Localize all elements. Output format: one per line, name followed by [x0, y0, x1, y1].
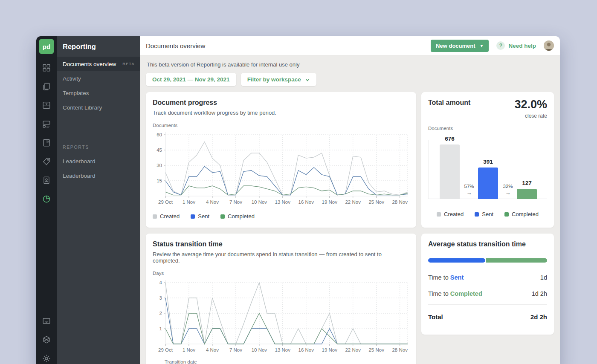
sidebar-icon-settings[interactable]	[39, 351, 54, 364]
y-axis-label: Days	[153, 271, 409, 276]
sidebar-icon-catalog[interactable]	[39, 135, 54, 150]
sidebar-icon-documents[interactable]	[39, 79, 54, 94]
left-column: Document progress Track document workflo…	[146, 92, 416, 364]
bar-completed	[517, 189, 537, 199]
svg-text:3: 3	[159, 295, 162, 300]
svg-text:22 Nov: 22 Nov	[345, 347, 361, 352]
sidebar-icon-content-blocks[interactable]	[39, 116, 54, 132]
card-title: Average status transition time	[428, 240, 547, 248]
legend-sent: Sent	[475, 211, 493, 217]
total-label: Total	[428, 313, 443, 321]
date-range-picker[interactable]: Oct 29, 2021 — Nov 29, 2021	[146, 73, 236, 86]
legend-created: Created	[153, 213, 180, 220]
close-rate-caption: close rate	[514, 113, 547, 119]
svg-text:16 Nov: 16 Nov	[298, 199, 314, 205]
transition-progress-bar	[428, 258, 547, 263]
svg-text:19 Nov: 19 Nov	[322, 347, 338, 352]
row-value: 1d 2h	[532, 290, 547, 297]
conversion-rate: 57%→	[460, 183, 478, 196]
sidebar-item-label: Content Library	[63, 104, 102, 111]
dashboard-icon	[42, 63, 51, 72]
svg-text:1 Nov: 1 Nov	[183, 199, 195, 205]
bar-chart-axis	[428, 140, 429, 199]
sidebar-item-activity[interactable]: Activity	[57, 71, 140, 86]
contacts-icon	[42, 176, 51, 185]
svg-text:28 Nov: 28 Nov	[392, 199, 408, 205]
need-help-label: Need help	[508, 43, 536, 49]
caret-down-icon: ▼	[480, 43, 484, 48]
sidebar-icon-dashboard[interactable]	[39, 60, 54, 75]
svg-text:25 Nov: 25 Nov	[368, 199, 384, 205]
sent-key: Sent	[450, 274, 464, 281]
page: pd	[0, 0, 597, 364]
sidebar-menu: Reporting Documents overview BETA Activi…	[57, 36, 140, 364]
content-blocks-icon	[42, 119, 51, 129]
row-label: Time toCompleted	[428, 290, 482, 297]
svg-text:4 Nov: 4 Nov	[206, 347, 219, 352]
question-mark-icon: ?	[496, 41, 505, 50]
workspace-filter-label: Filter by workspace	[247, 76, 301, 83]
arrow-right-icon: →	[460, 190, 478, 196]
status-transition-chart: 123429 Oct1 Nov4 Nov7 Nov10 Nov13 Nov16 …	[153, 277, 409, 358]
card-subtitle: Track document workflow progress by time…	[153, 110, 409, 116]
svg-text:45: 45	[156, 147, 162, 153]
documents-icon	[42, 82, 51, 91]
new-document-button[interactable]: New document ▼	[431, 40, 489, 52]
main-area: Documents overview New document ▼ ? Need…	[140, 36, 560, 364]
chevron-down-icon	[305, 77, 310, 82]
svg-text:7 Nov: 7 Nov	[229, 199, 242, 205]
right-column: Total amount 32.0% close rate Documents …	[421, 92, 554, 364]
new-document-label: New document	[436, 43, 475, 49]
pie-chart-icon	[42, 194, 51, 204]
beta-notice: This beta version of Reporting is availa…	[147, 61, 554, 68]
top-bar: Documents overview New document ▼ ? Need…	[140, 36, 560, 55]
sidebar-item-leaderboard-2[interactable]: Leaderboard	[57, 168, 140, 183]
chart-legend: Created Sent Completed	[153, 213, 409, 220]
sidebar-icon-contacts[interactable]	[39, 173, 54, 188]
card-title: Document progress	[153, 99, 409, 107]
pandadoc-logo[interactable]: pd	[39, 39, 54, 54]
row-label: Time toSent	[428, 274, 464, 281]
bar-sent	[478, 168, 498, 199]
workspace-filter-dropdown[interactable]: Filter by workspace	[241, 73, 316, 86]
time-to-completed-row: Time toCompleted 1d 2h	[428, 286, 547, 302]
legend-completed: Completed	[504, 211, 539, 217]
sidebar-icon-addons[interactable]	[39, 332, 54, 347]
bar-value: 391	[474, 159, 502, 165]
sidebar-item-leaderboard-1[interactable]: Leaderboard	[57, 154, 140, 168]
completed-swatch	[220, 214, 225, 219]
sidebar-item-label: Activity	[63, 75, 81, 82]
document-progress-card: Document progress Track document workflo…	[146, 92, 416, 228]
created-swatch	[153, 214, 157, 219]
svg-text:10 Nov: 10 Nov	[252, 199, 267, 205]
status-transition-card: Status transition time Review the averag…	[146, 234, 416, 364]
avatar[interactable]	[544, 40, 554, 51]
svg-text:19 Nov: 19 Nov	[322, 199, 338, 205]
time-to-sent-row: Time toSent 1d	[428, 269, 547, 286]
card-title: Total amount	[428, 99, 470, 107]
svg-text:29 Oct: 29 Oct	[158, 199, 173, 205]
need-help-button[interactable]: ? Need help	[496, 41, 536, 50]
y-axis-label: Documents	[428, 126, 547, 131]
sidebar-icon-inbox[interactable]	[39, 313, 54, 329]
sidebar-icon-templates[interactable]	[39, 98, 54, 113]
sidebar-item-content-library[interactable]: Content Library	[57, 100, 140, 115]
total-row: Total 2d 2h	[428, 307, 547, 322]
sidebar-item-documents-overview[interactable]: Documents overview BETA	[57, 57, 140, 71]
legend-sent: Sent	[191, 213, 209, 220]
sidebar-icon-reports[interactable]	[39, 191, 54, 207]
total-amount-header: Total amount 32.0% close rate	[428, 99, 547, 119]
sidebar-item-label: Leaderboard	[63, 158, 96, 165]
tag-icon	[42, 157, 51, 166]
svg-text:1 Nov: 1 Nov	[183, 347, 195, 352]
legend-created: Created	[437, 211, 464, 217]
total-value: 2d 2h	[530, 313, 547, 321]
sidebar-item-templates[interactable]: Templates	[57, 86, 140, 100]
inbox-icon	[42, 316, 51, 326]
card-title: Status transition time	[153, 240, 409, 248]
catalog-icon	[42, 138, 51, 147]
sidebar-icon-pricing-tag[interactable]	[39, 154, 54, 169]
sent-swatch	[475, 212, 479, 217]
arrow-right-icon: →	[498, 190, 517, 196]
avg-transition-card: Average status transition time Time toSe…	[421, 234, 554, 335]
